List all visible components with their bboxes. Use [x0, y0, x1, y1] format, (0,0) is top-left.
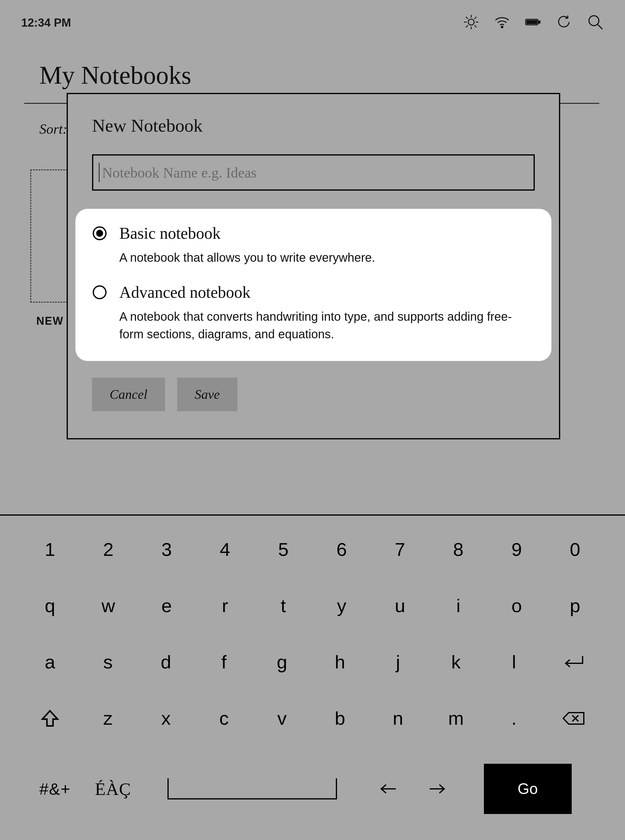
key-o[interactable]: o — [506, 595, 527, 616]
key-x[interactable]: x — [155, 707, 177, 729]
key-b[interactable]: b — [330, 707, 351, 729]
key-l[interactable]: l — [503, 651, 524, 673]
wifi-icon[interactable] — [494, 14, 510, 31]
radio-selected-icon — [92, 226, 107, 241]
key-4[interactable]: 4 — [215, 539, 236, 560]
key-s[interactable]: s — [98, 651, 119, 673]
svg-rect-11 — [527, 20, 537, 23]
svg-point-0 — [468, 19, 474, 25]
key-w[interactable]: w — [98, 595, 119, 616]
key-shift[interactable] — [39, 709, 61, 727]
svg-point-17 — [93, 286, 106, 299]
key-z[interactable]: z — [98, 707, 119, 729]
key-1[interactable]: 1 — [39, 539, 61, 560]
key-h[interactable]: h — [330, 651, 351, 673]
key-y[interactable]: y — [331, 595, 352, 616]
keyboard-row-asdf: a s d f g h j k l — [39, 651, 586, 673]
new-notebook-tile-label: NEW — [36, 315, 64, 327]
sort-label[interactable]: Sort: — [39, 121, 67, 137]
status-bar: 12:34 PM — [0, 0, 625, 45]
svg-point-13 — [589, 16, 599, 26]
key-i[interactable]: i — [448, 595, 469, 616]
key-p[interactable]: p — [564, 595, 586, 616]
key-period[interactable]: . — [503, 707, 524, 729]
key-backspace[interactable] — [561, 711, 586, 726]
svg-point-9 — [501, 26, 503, 28]
key-arrow-left[interactable] — [378, 782, 399, 796]
on-screen-keyboard: 1 2 3 4 5 6 7 8 9 0 q w e r t y u i o p … — [0, 539, 625, 814]
svg-line-7 — [466, 25, 468, 28]
key-j[interactable]: j — [387, 651, 409, 673]
keyboard-row-zxcv: z x c v b n m . — [39, 707, 586, 729]
key-8[interactable]: 8 — [448, 539, 469, 560]
keyboard-divider — [0, 515, 625, 516]
key-v[interactable]: v — [271, 707, 292, 729]
notebook-type-options: Basic notebook A notebook that allows yo… — [75, 209, 552, 361]
key-n[interactable]: n — [387, 707, 409, 729]
key-f[interactable]: f — [213, 651, 235, 673]
key-r[interactable]: r — [215, 595, 236, 616]
svg-rect-12 — [539, 21, 540, 23]
search-icon[interactable] — [587, 14, 604, 32]
sync-icon[interactable] — [556, 14, 572, 31]
option-description: A notebook that allows you to write ever… — [119, 249, 375, 266]
option-title: Basic notebook — [119, 224, 375, 243]
key-accents[interactable]: ÉÀÇ — [95, 779, 131, 799]
new-notebook-dialog: New Notebook Basic notebook A notebook t… — [67, 93, 560, 439]
key-u[interactable]: u — [389, 595, 410, 616]
radio-unselected-icon — [92, 285, 107, 300]
option-basic-notebook[interactable]: Basic notebook A notebook that allows yo… — [92, 224, 535, 266]
key-enter[interactable] — [561, 654, 586, 671]
key-e[interactable]: e — [156, 595, 177, 616]
status-time: 12:34 PM — [21, 16, 71, 29]
key-7[interactable]: 7 — [389, 539, 410, 560]
key-space[interactable] — [168, 778, 337, 800]
dialog-buttons: Cancel Save — [92, 378, 535, 411]
option-title: Advanced notebook — [119, 283, 535, 302]
keyboard-row-bottom: #&+ ÉÀÇ Go — [39, 764, 586, 814]
key-6[interactable]: 6 — [331, 539, 352, 560]
key-3[interactable]: 3 — [156, 539, 177, 560]
key-g[interactable]: g — [271, 651, 292, 673]
notebook-name-field-wrap[interactable] — [92, 154, 535, 191]
key-m[interactable]: m — [445, 707, 466, 729]
key-arrow-right[interactable] — [426, 782, 448, 796]
key-0[interactable]: 0 — [564, 539, 586, 560]
notebook-name-input[interactable] — [102, 164, 528, 181]
option-advanced-notebook[interactable]: Advanced notebook A notebook that conver… — [92, 283, 535, 343]
keyboard-row-qwerty: q w e r t y u i o p — [39, 595, 586, 616]
option-description: A notebook that converts handwriting int… — [119, 308, 535, 343]
svg-line-6 — [474, 25, 477, 28]
key-a[interactable]: a — [39, 651, 61, 673]
svg-point-16 — [96, 230, 103, 237]
svg-line-5 — [466, 17, 468, 19]
text-caret — [99, 163, 100, 182]
key-go[interactable]: Go — [484, 764, 572, 814]
keyboard-row-numbers: 1 2 3 4 5 6 7 8 9 0 — [39, 539, 586, 560]
brightness-icon[interactable] — [463, 14, 479, 31]
dialog-title: New Notebook — [92, 115, 535, 136]
status-icons — [463, 14, 604, 32]
key-k[interactable]: k — [445, 651, 466, 673]
key-9[interactable]: 9 — [506, 539, 527, 560]
save-button[interactable]: Save — [177, 378, 238, 411]
cancel-button[interactable]: Cancel — [92, 378, 165, 411]
key-t[interactable]: t — [273, 595, 294, 616]
key-2[interactable]: 2 — [98, 539, 119, 560]
key-q[interactable]: q — [39, 595, 61, 616]
key-d[interactable]: d — [155, 651, 177, 673]
key-5[interactable]: 5 — [273, 539, 294, 560]
svg-line-14 — [598, 25, 602, 29]
battery-icon[interactable] — [525, 14, 541, 31]
svg-marker-18 — [42, 711, 58, 726]
key-c[interactable]: c — [213, 707, 235, 729]
svg-line-8 — [474, 17, 477, 19]
key-symbols[interactable]: #&+ — [39, 780, 71, 798]
page-title: My Notebooks — [39, 60, 191, 90]
